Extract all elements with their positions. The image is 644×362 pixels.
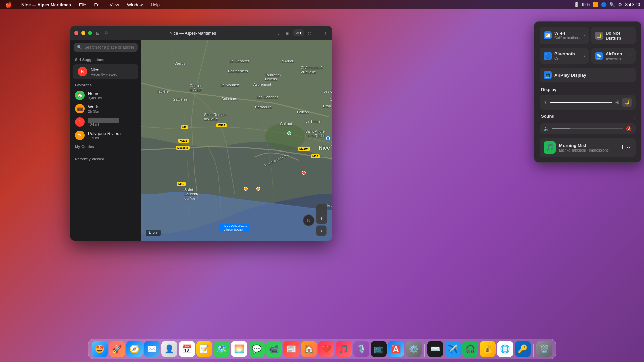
apple-menu[interactable]: 🍎 bbox=[4, 1, 13, 9]
dock-spotify[interactable]: 🎧 bbox=[462, 341, 478, 357]
zoom-out-btn[interactable]: − bbox=[316, 204, 327, 214]
volume-slider[interactable] bbox=[552, 128, 623, 129]
dock-appstore[interactable]: 🅰️ bbox=[388, 341, 404, 357]
add-btn[interactable]: + bbox=[315, 30, 321, 36]
dock-podcasts[interactable]: 🎙️ bbox=[353, 341, 369, 357]
dock-safari[interactable]: 🧭 bbox=[126, 341, 143, 357]
pause-btn[interactable]: ⏸ bbox=[619, 144, 624, 150]
dock-telegram[interactable]: ✈️ bbox=[445, 341, 461, 357]
map-controls-bottom: N − + ↕ bbox=[303, 204, 327, 236]
nice-text: Nice Recently viewed bbox=[91, 67, 117, 76]
favorites-home[interactable]: 🏠 Home 3,486 mi bbox=[70, 88, 141, 102]
polygone-dist: 119 mi bbox=[88, 136, 121, 140]
m95-badge: M95 bbox=[177, 182, 186, 186]
favorites-polygone[interactable]: 🛍 Polygone Riviera 119 mi bbox=[70, 129, 141, 142]
display-nightshift-toggle[interactable]: 🌙 bbox=[622, 98, 632, 107]
favorites-work[interactable]: 💼 Work 2h 35m bbox=[70, 102, 141, 115]
location-btn[interactable]: ⤴ bbox=[276, 30, 281, 36]
sound-section: Sound › 🔈 🔇 bbox=[540, 114, 636, 134]
dock-activity[interactable]: ❤️ bbox=[318, 341, 334, 357]
home-text: Home 3,486 mi bbox=[88, 91, 102, 100]
dock-calendar[interactable]: 📅 bbox=[179, 341, 195, 357]
pin-red-1 bbox=[302, 171, 306, 175]
battery-percent: 92% bbox=[582, 2, 590, 7]
map-bottom-left: ↻ 20° bbox=[146, 230, 161, 236]
volume-fill bbox=[552, 128, 570, 129]
dock-finder[interactable]: 🤩 bbox=[92, 341, 108, 357]
bluetooth-text: Bluetooth On bbox=[554, 51, 581, 60]
dock-music[interactable]: 🎵 bbox=[336, 341, 352, 357]
share-btn[interactable]: ↑ bbox=[323, 30, 328, 36]
dock-messages[interactable]: 💬 bbox=[249, 341, 265, 357]
brightness-slider[interactable] bbox=[550, 102, 612, 103]
dock-appletv[interactable]: 📺 bbox=[371, 341, 387, 357]
battery-icon: 🔋 bbox=[574, 2, 579, 7]
maps-sidebar: 🔍 Siri Suggestions N Nice Recently viewe… bbox=[70, 40, 141, 241]
sound-arrow[interactable]: › bbox=[634, 115, 636, 120]
search-input[interactable] bbox=[84, 45, 134, 50]
m514-badge: M514 bbox=[216, 123, 227, 127]
file-menu[interactable]: File bbox=[78, 2, 88, 8]
music-controls: ⏸ ⏭ bbox=[619, 144, 632, 150]
dock-contacts[interactable]: 👤 bbox=[161, 341, 177, 357]
airplay-tile[interactable]: 📺 AirPlay Display bbox=[540, 68, 636, 82]
search-bar[interactable]: 🔍 bbox=[74, 43, 138, 52]
dock-home[interactable]: 🏠 bbox=[301, 341, 317, 357]
search-menubar-icon[interactable]: 🔍 bbox=[609, 2, 615, 7]
dock-terminal[interactable]: ⌨️ bbox=[427, 341, 443, 357]
dock-coin[interactable]: 💰 bbox=[480, 341, 496, 357]
bluetooth-sub: On bbox=[554, 56, 581, 60]
dock-1password[interactable]: 🔑 bbox=[515, 341, 531, 357]
siri-item-nice[interactable]: N Nice Recently viewed bbox=[73, 64, 138, 79]
minimize-button[interactable] bbox=[81, 31, 85, 35]
map-type-btn[interactable]: ⧉ bbox=[104, 29, 109, 36]
control-center-icon[interactable]: ⚙ bbox=[618, 2, 622, 7]
window-menu[interactable]: Window bbox=[126, 2, 144, 8]
dock-separator-1 bbox=[424, 344, 425, 357]
dock-notes[interactable]: 📝 bbox=[196, 341, 212, 357]
map-area[interactable]: Nice Carros Castagniers Tourrette-Levens… bbox=[141, 40, 332, 241]
dock-mail[interactable]: ✉️ bbox=[144, 341, 160, 357]
dock-system-prefs[interactable]: ⚙️ bbox=[406, 341, 422, 357]
skip-btn[interactable]: ⏭ bbox=[626, 144, 632, 150]
airdrop-arrow: › bbox=[630, 54, 632, 58]
favorites-redacted[interactable]: 📍 ██████████ 124 mi bbox=[70, 115, 141, 129]
bluetooth-tile[interactable]: 🔵 Bluetooth On › bbox=[540, 48, 589, 64]
view-menu[interactable]: View bbox=[108, 2, 120, 8]
airdrop-tile[interactable]: 📡 AirDrop Everyone › bbox=[591, 48, 636, 64]
top-tiles: 📶 Wi-Fi Californication... › 🌙 Do Not Di… bbox=[540, 27, 636, 84]
volume-mute-icon: 🔇 bbox=[626, 126, 632, 131]
compass-control[interactable]: N bbox=[303, 214, 315, 226]
edit-menu[interactable]: Edit bbox=[93, 2, 103, 8]
card-view-btn[interactable]: ▣ bbox=[284, 30, 291, 36]
zoom-in-btn[interactable]: + bbox=[316, 214, 327, 224]
bluetooth-menubar-icon[interactable]: 🔵 bbox=[601, 2, 607, 7]
dock-facetime[interactable]: 📹 bbox=[266, 341, 282, 357]
wifi-menubar-icon[interactable]: 📶 bbox=[593, 2, 598, 7]
nice-sub: Recently viewed bbox=[91, 72, 117, 76]
brightness-low-icon: ☀ bbox=[544, 100, 547, 105]
compass-btn[interactable]: ◎ bbox=[306, 30, 313, 36]
m202bis-badge: M202bis bbox=[176, 146, 190, 150]
fullscreen-button[interactable] bbox=[88, 31, 92, 35]
polygone-text: Polygone Riviera 119 mi bbox=[88, 131, 121, 140]
home-label: Home bbox=[88, 91, 102, 96]
dnd-tile[interactable]: 🌙 Do Not Disturb bbox=[591, 27, 636, 44]
dock-news[interactable]: 📰 bbox=[283, 341, 300, 357]
wifi-tile[interactable]: 📶 Wi-Fi Californication... › bbox=[540, 27, 589, 44]
help-menu[interactable]: Help bbox=[149, 2, 161, 8]
dock-photos[interactable]: 🌅 bbox=[231, 341, 247, 357]
3d-btn[interactable]: 3D bbox=[293, 29, 304, 36]
close-button[interactable] bbox=[74, 31, 78, 35]
elevation-btn[interactable]: ↕ bbox=[316, 225, 327, 236]
menu-bar: 🍎 Nice — Alpes-Maritimes File Edit View … bbox=[0, 0, 644, 9]
sound-title: Sound bbox=[540, 114, 556, 119]
dock-maps[interactable]: 🗺️ bbox=[214, 341, 230, 357]
dock-chrome[interactable]: 🌐 bbox=[497, 341, 513, 357]
dock-launchpad[interactable]: 🚀 bbox=[109, 341, 125, 357]
airdrop-sub: Everyone bbox=[606, 56, 628, 60]
dock-trash[interactable]: 🗑️ bbox=[536, 341, 552, 357]
sidebar-toggle-btn[interactable]: ⊞ bbox=[95, 30, 101, 36]
favorites-title: Favorites bbox=[70, 80, 141, 88]
app-name-menu[interactable]: Nice — Alpes-Maritimes bbox=[20, 2, 72, 8]
